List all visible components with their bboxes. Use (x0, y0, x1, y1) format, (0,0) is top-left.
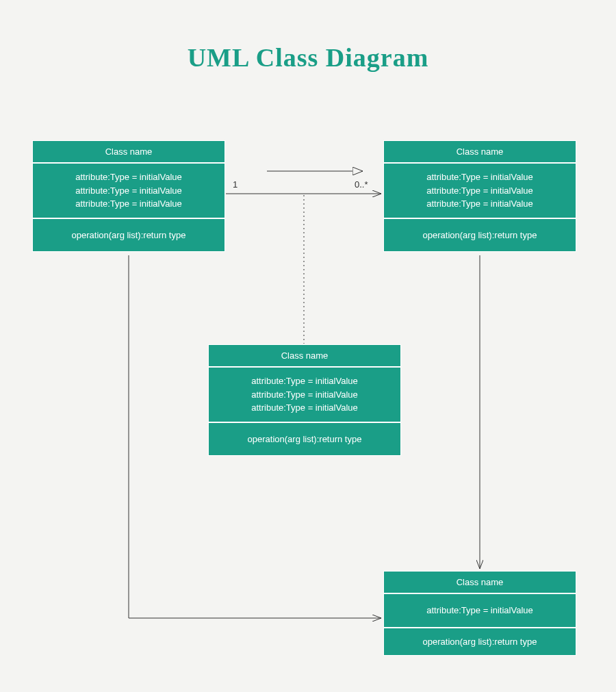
class-attributes: attribute:Type = initialValue attribute:… (383, 163, 576, 218)
class-box-4: Class name attribute:Type = initialValue… (383, 571, 576, 656)
class-attributes: attribute:Type = initialValue (383, 593, 576, 628)
class-operation: operation(arg list):return type (389, 230, 570, 240)
class-name: Class name (383, 571, 576, 593)
multiplicity-target: 0..* (355, 179, 368, 190)
class-operations: operation(arg list):return type (208, 422, 401, 456)
class-name: Class name (32, 140, 225, 163)
class-name: Class name (208, 344, 401, 367)
class-name: Class name (383, 140, 576, 163)
class-attribute: attribute:Type = initialValue (38, 170, 219, 184)
class-box-1: Class name attribute:Type = initialValue… (32, 140, 225, 252)
class-attribute: attribute:Type = initialValue (214, 374, 395, 388)
multiplicity-source: 1 (233, 179, 238, 190)
class-attribute: attribute:Type = initialValue (214, 388, 395, 402)
class-attributes: attribute:Type = initialValue attribute:… (208, 367, 401, 422)
class-attributes: attribute:Type = initialValue attribute:… (32, 163, 225, 218)
class-operations: operation(arg list):return type (383, 628, 576, 656)
class-operation: operation(arg list):return type (389, 637, 570, 647)
class-operation: operation(arg list):return type (38, 230, 219, 240)
class-operations: operation(arg list):return type (32, 218, 225, 252)
class-box-3: Class name attribute:Type = initialValue… (208, 344, 401, 456)
class-operation: operation(arg list):return type (214, 434, 395, 444)
class-box-2: Class name attribute:Type = initialValue… (383, 140, 576, 252)
class-operations: operation(arg list):return type (383, 218, 576, 252)
diagram-title: UML Class Diagram (188, 42, 429, 73)
class-attribute: attribute:Type = initialValue (38, 184, 219, 198)
class-attribute: attribute:Type = initialValue (38, 197, 219, 211)
class-attribute: attribute:Type = initialValue (389, 184, 570, 198)
class-attribute: attribute:Type = initialValue (389, 170, 570, 184)
class-attribute: attribute:Type = initialValue (389, 604, 570, 617)
class-attribute: attribute:Type = initialValue (214, 401, 395, 415)
class-attribute: attribute:Type = initialValue (389, 197, 570, 211)
